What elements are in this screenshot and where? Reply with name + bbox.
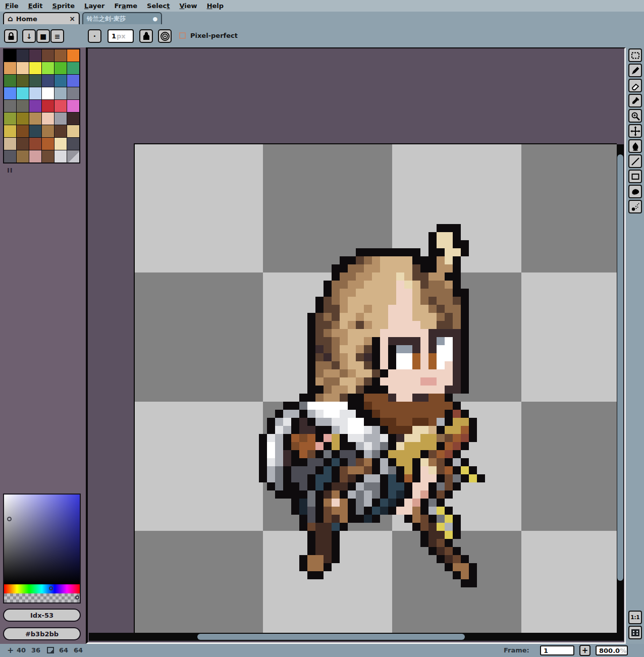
- palette-swatch[interactable]: [55, 87, 67, 99]
- frame-number-input[interactable]: 1: [540, 645, 574, 655]
- tool-rectangular-marquee[interactable]: [628, 48, 642, 62]
- menu-help[interactable]: Help: [207, 2, 224, 10]
- palette-swatch[interactable]: [17, 125, 29, 137]
- palette-swatch[interactable]: [42, 113, 54, 125]
- palette-swatch[interactable]: [29, 125, 41, 137]
- saturation-value-box[interactable]: [4, 495, 80, 584]
- tab-sprite-document[interactable]: 铃兰之剑-麦莎 ●: [82, 12, 162, 24]
- palette-swatch[interactable]: [55, 125, 67, 137]
- palette-swatch[interactable]: [42, 62, 54, 74]
- brush-tip-button[interactable]: ·: [88, 29, 101, 43]
- brush-size-input[interactable]: 1 px: [108, 29, 134, 43]
- hue-marker[interactable]: [49, 586, 53, 590]
- palette-swatch[interactable]: [67, 125, 79, 137]
- palette-swatch[interactable]: [4, 125, 16, 137]
- zoom-one-to-one-button[interactable]: 1:1: [628, 611, 642, 624]
- palette-swatch[interactable]: [55, 75, 67, 87]
- palette-swatch[interactable]: [29, 138, 41, 150]
- ink-button[interactable]: [139, 29, 153, 43]
- alpha-marker[interactable]: [75, 595, 79, 599]
- tab-home[interactable]: ⌂ Home ×: [3, 12, 80, 24]
- palette-swatch[interactable]: [4, 87, 16, 99]
- palette-swatch[interactable]: [42, 138, 54, 150]
- palette-swatch[interactable]: [17, 62, 29, 74]
- palette-swatch[interactable]: [42, 87, 54, 99]
- palette-swatch[interactable]: [55, 150, 67, 162]
- palette-swatch[interactable]: [67, 100, 79, 112]
- horizontal-scrollbar-thumb[interactable]: [197, 634, 465, 640]
- palette-swatch[interactable]: [42, 100, 54, 112]
- tool-line[interactable]: [628, 154, 642, 168]
- palette-swatch[interactable]: [55, 49, 67, 62]
- palette-swatch[interactable]: [29, 75, 41, 87]
- palette-swatch[interactable]: [67, 113, 79, 125]
- tool-rectangle[interactable]: [628, 170, 642, 183]
- tool-eyedropper[interactable]: [628, 94, 642, 107]
- canvas-checkerboard[interactable]: [134, 143, 617, 633]
- palette-swatch[interactable]: [42, 49, 54, 62]
- tool-spray[interactable]: [628, 200, 642, 213]
- palette-swatch[interactable]: [4, 113, 16, 125]
- palette-swatch[interactable]: [4, 100, 16, 112]
- palette-swatch[interactable]: [42, 75, 54, 87]
- palette-swatch[interactable]: [4, 62, 16, 74]
- palette-swatch[interactable]: [42, 150, 54, 162]
- palette-swatch[interactable]: [17, 87, 29, 99]
- palette-resize-handle[interactable]: II: [7, 167, 13, 174]
- sprite-canvas[interactable]: [259, 216, 493, 595]
- timeline-button[interactable]: [628, 626, 642, 639]
- palette-swatch[interactable]: [67, 87, 79, 99]
- pixel-perfect-checkbox[interactable]: [179, 32, 186, 39]
- menu-edit[interactable]: Edit: [28, 2, 43, 10]
- hue-slider[interactable]: [4, 584, 80, 593]
- palette-swatch[interactable]: [29, 87, 41, 99]
- palette-swatch[interactable]: [67, 49, 79, 62]
- horizontal-scrollbar[interactable]: [89, 633, 624, 641]
- palette-swatch[interactable]: [4, 75, 16, 87]
- palette-swatch[interactable]: [29, 150, 41, 162]
- menu-sprite[interactable]: Sprite: [52, 2, 75, 10]
- palette-swatch[interactable]: [29, 100, 41, 112]
- tool-hand[interactable]: [628, 124, 642, 138]
- palette-swatch[interactable]: [42, 125, 54, 137]
- palette-swatch[interactable]: [29, 49, 41, 62]
- color-hex-label[interactable]: #b3b2bb: [3, 627, 81, 640]
- dynamics-button[interactable]: [158, 29, 172, 43]
- palette-swatch[interactable]: [67, 62, 79, 74]
- palette-swatch[interactable]: [17, 49, 29, 62]
- menu-layer[interactable]: Layer: [84, 2, 104, 10]
- download-arrow-button[interactable]: ↓: [22, 29, 36, 43]
- menu-file[interactable]: File: [5, 2, 19, 10]
- palette-swatch[interactable]: [17, 150, 29, 162]
- palette-swatch[interactable]: [29, 113, 41, 125]
- tool-eraser[interactable]: [628, 79, 642, 92]
- palette-swatch[interactable]: [55, 62, 67, 74]
- menu-frame[interactable]: Frame: [114, 2, 137, 10]
- zoom-level-input[interactable]: 800.0 %: [596, 645, 628, 655]
- menu-view[interactable]: View: [179, 2, 197, 10]
- palette-swatch[interactable]: [17, 113, 29, 125]
- palette-swatch[interactable]: [55, 100, 67, 112]
- sv-marker[interactable]: [7, 517, 12, 521]
- tool-paint-bucket[interactable]: [628, 139, 642, 153]
- palette-swatch[interactable]: [67, 150, 79, 162]
- filled-square-button[interactable]: ■: [36, 29, 50, 43]
- palette-swatch[interactable]: [67, 75, 79, 87]
- palette-swatch[interactable]: [17, 138, 29, 150]
- palette-swatch[interactable]: [55, 113, 67, 125]
- color-index-label[interactable]: Idx-53: [3, 609, 81, 622]
- palette-swatch[interactable]: [55, 138, 67, 150]
- tool-pencil[interactable]: [628, 64, 642, 77]
- close-icon[interactable]: ×: [69, 15, 75, 23]
- palette-swatch[interactable]: [4, 49, 16, 62]
- tool-contour[interactable]: [628, 185, 642, 198]
- palette-swatch[interactable]: [17, 100, 29, 112]
- palette-swatch[interactable]: [4, 150, 16, 162]
- menu-select[interactable]: Select: [147, 2, 170, 10]
- palette-swatch[interactable]: [29, 62, 41, 74]
- alpha-slider[interactable]: [4, 593, 80, 603]
- palette-swatch[interactable]: [17, 75, 29, 87]
- add-frame-button[interactable]: +: [579, 645, 591, 656]
- vertical-scrollbar-thumb[interactable]: [617, 154, 623, 581]
- options-menu-button[interactable]: ≡: [50, 29, 64, 43]
